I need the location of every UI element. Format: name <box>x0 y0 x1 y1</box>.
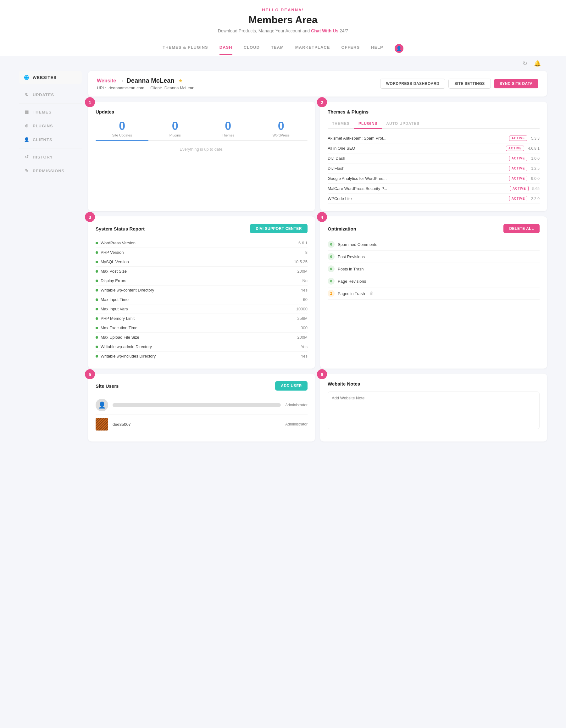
status-label: Max Input Vars <box>96 307 128 311</box>
sidebar-item-themes[interactable]: ▦ THEMES <box>19 105 82 119</box>
sync-site-data-button[interactable]: SYNC SITE DATA <box>494 79 538 88</box>
status-row: Max Input Time 60 <box>96 295 308 304</box>
plugin-row: Divi Dash ACTIVE 1.0.0 <box>328 153 540 164</box>
status-row: Display Errors No <box>96 276 308 286</box>
permissions-icon: ✎ <box>24 168 30 174</box>
notification-icon[interactable]: 🔔 <box>534 60 541 67</box>
website-notes-input[interactable] <box>328 392 540 429</box>
status-dot <box>96 355 98 358</box>
optimization-section: 4 Optimization DELETE ALL 0 Spammed Comm… <box>320 216 547 369</box>
status-value: Yes <box>301 354 308 358</box>
chat-link[interactable]: Chat With Us <box>311 28 338 33</box>
plugin-row: DiviFlash ACTIVE 1.2.5 <box>328 164 540 174</box>
plugin-status-badge: ACTIVE <box>509 176 528 181</box>
status-value: 8 <box>305 250 308 255</box>
opt-count-badge: 0 <box>328 278 335 285</box>
plugin-version: 1.2.5 <box>531 166 540 171</box>
opt-row: 0 Page Revisions <box>328 275 540 287</box>
delete-all-button[interactable]: DELETE ALL <box>503 224 540 233</box>
trash-icon[interactable]: 🗑 <box>369 291 374 296</box>
opt-row: 2 Pages in Trash🗑 <box>328 287 540 300</box>
plugins-icon: ⊕ <box>24 123 30 129</box>
updates-stats: 0 Site Updates 0 Plugins 0 Themes 0 Word… <box>96 119 308 137</box>
status-dot <box>96 289 98 292</box>
site-actions: WORDPRESS DASHBOARD SITE SETTINGS SYNC S… <box>380 79 538 89</box>
nav-offers[interactable]: OFFERS <box>341 45 360 55</box>
plugin-name: DiviFlash <box>328 166 505 171</box>
sidebar-item-plugins[interactable]: ⊕ PLUGINS <box>19 119 82 132</box>
breadcrumb[interactable]: Website <box>97 78 116 84</box>
plugin-name: Akismet Anti-spam: Spam Prot... <box>328 136 505 141</box>
opt-label: Post Revisions <box>338 254 365 259</box>
nav-cloud[interactable]: CLOUD <box>244 45 260 55</box>
opt-label: Pages in Trash <box>338 291 365 296</box>
wordpress-stat: 0 WordPress <box>255 119 308 137</box>
plugin-version: 5.65 <box>532 186 540 191</box>
sidebar-item-websites[interactable]: 🌐 WEBSITES <box>19 71 82 84</box>
opt-count-badge: 2 <box>328 290 335 297</box>
opt-label: Spammed Comments <box>338 242 377 247</box>
nav-help[interactable]: HELP <box>371 45 383 55</box>
user-role-0: Administrator <box>285 403 308 407</box>
opt-rows: 0 Spammed Comments0 Post Revisions0 Post… <box>328 238 540 300</box>
status-row: Max Execution Time 300 <box>96 323 308 333</box>
add-user-button[interactable]: ADD USER <box>275 381 308 391</box>
page-title: Members Area <box>0 14 566 26</box>
opt-count-badge: 0 <box>328 265 335 272</box>
section-number-1: 1 <box>85 97 95 107</box>
themes-plugins-section: 2 Themes & Plugins THEMES PLUGINS AUTO U… <box>320 102 547 211</box>
status-row: Max Upload File Size 200M <box>96 333 308 342</box>
status-row: MySQL Version 10.5.25 <box>96 257 308 267</box>
nav-team[interactable]: TEAM <box>271 45 284 55</box>
plugins-list: Akismet Anti-spam: Spam Prot... ACTIVE 5… <box>328 133 540 204</box>
plugin-version: 9.0.0 <box>531 176 540 181</box>
tab-plugins[interactable]: PLUGINS <box>354 119 382 129</box>
site-info: Website › Deanna McLean ★ URL: deannamcl… <box>97 77 194 90</box>
opt-row: 0 Posts in Trash <box>328 263 540 275</box>
status-row: PHP Version 8 <box>96 248 308 257</box>
sidebar-item-updates[interactable]: ↻ UPDATES <box>19 88 82 101</box>
tab-auto-updates[interactable]: AUTO UPDATES <box>382 119 424 129</box>
themes-stat: 0 Themes <box>202 119 255 137</box>
status-row: PHP Memory Limit 256M <box>96 314 308 323</box>
sidebar-item-clients[interactable]: 👤 CLIENTS <box>19 133 82 146</box>
status-label: Writable wp-content Directory <box>96 288 154 292</box>
status-rows: WordPress Version 6.6.1 PHP Version 8 My… <box>96 238 308 361</box>
nav-marketplace[interactable]: MARKETPLACE <box>295 45 330 55</box>
plugin-name: MalCare WordPress Security P... <box>328 186 506 191</box>
sidebar-item-permissions[interactable]: ✎ PERMISSIONS <box>19 164 82 177</box>
plugin-status-badge: ACTIVE <box>510 186 529 191</box>
site-name: Deanna McLean <box>126 77 174 84</box>
site-settings-button[interactable]: SITE SETTINGS <box>448 79 491 89</box>
plugin-status-badge: ACTIVE <box>509 166 528 171</box>
wordpress-dashboard-button[interactable]: WORDPRESS DASHBOARD <box>380 79 446 89</box>
status-value: 200M <box>297 335 308 340</box>
section-number-4: 4 <box>317 212 327 222</box>
section-number-5: 5 <box>85 369 95 379</box>
system-status-section: 3 System Status Report DIVI SUPPORT CENT… <box>88 216 315 369</box>
status-dot <box>96 280 98 282</box>
status-dot <box>96 251 98 254</box>
user-avatar-nav[interactable]: 👤 <box>395 44 403 53</box>
divi-support-center-button[interactable]: DIVI SUPPORT CENTER <box>250 224 308 233</box>
subtitle: Download Products, Manage Your Account a… <box>0 28 566 33</box>
themes-plugins-title: Themes & Plugins <box>328 109 540 114</box>
sidebar-item-history[interactable]: ↺ HISTORY <box>19 150 82 164</box>
status-dot <box>96 336 98 339</box>
history-icon: ↺ <box>24 154 30 160</box>
status-label: PHP Memory Limit <box>96 316 135 321</box>
plugin-row: WPCode Lite ACTIVE 2.2.0 <box>328 194 540 204</box>
section-number-6: 6 <box>317 369 327 379</box>
refresh-icon[interactable]: ↻ <box>523 60 530 67</box>
status-value: 10000 <box>296 307 308 311</box>
nav-dash[interactable]: DASH <box>219 45 232 55</box>
hello-text: HELLO DEANNA! <box>0 8 566 12</box>
section-number-2: 2 <box>317 97 327 107</box>
system-status-title: System Status Report <box>96 226 145 231</box>
plugin-version: 4.6.8.1 <box>528 146 540 151</box>
updates-title: Updates <box>96 109 308 114</box>
star-icon: ★ <box>178 78 183 84</box>
status-value: No <box>302 278 308 283</box>
tab-themes[interactable]: THEMES <box>328 119 354 129</box>
nav-themes-plugins[interactable]: THEMES & PLUGINS <box>163 45 208 55</box>
